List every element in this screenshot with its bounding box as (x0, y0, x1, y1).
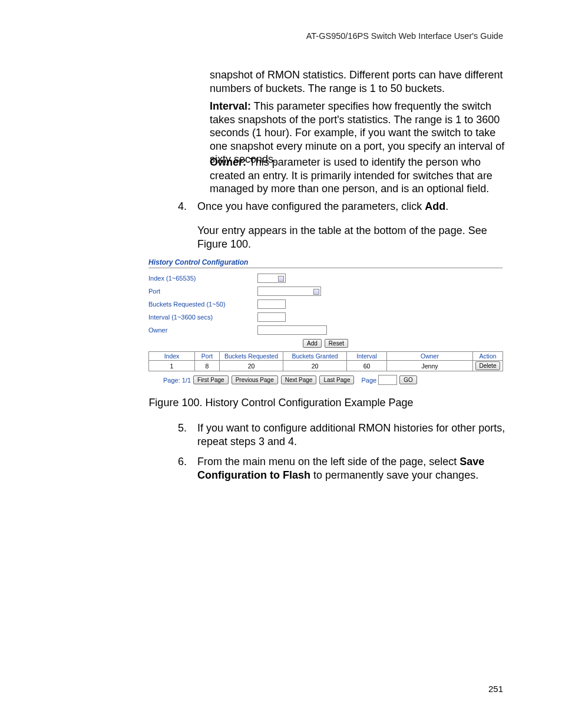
previous-page-button[interactable]: Previous Page (232, 375, 278, 384)
go-button[interactable]: GO (399, 375, 417, 384)
step-4-text-b: . (445, 200, 448, 212)
td-buckets-grant: 20 (283, 361, 347, 371)
step-4-bold: Add (425, 200, 445, 212)
form-row-owner: Owner (148, 324, 503, 337)
input-interval[interactable] (257, 312, 286, 322)
last-page-button[interactable]: Last Page (319, 375, 354, 384)
form-row-port: Port (148, 285, 503, 298)
th-port: Port (195, 352, 220, 361)
th-interval: Interval (347, 352, 387, 361)
step-6: 6.From the main menu on the left side of… (178, 455, 517, 482)
input-buckets[interactable] (257, 299, 286, 309)
step-5-num: 5. (178, 421, 197, 435)
td-action: Delete (473, 361, 503, 371)
form-row-buckets: Buckets Requested (1~50) (148, 298, 503, 311)
figure-divider (148, 268, 503, 268)
step-4-num: 4. (178, 200, 197, 213)
figure-caption: Figure 100. History Control Configuratio… (0, 397, 562, 409)
step-5: 5.If you want to configure additional RM… (178, 421, 517, 448)
table-row: 1 8 20 20 60 Jenny Delete (149, 361, 503, 371)
td-index: 1 (149, 361, 195, 371)
step-4-followup: Your entry appears in the table at the b… (197, 224, 515, 251)
para-owner: Owner: This parameter is used to identif… (210, 156, 516, 196)
label-interval: Interval (1~3600 secs) (148, 314, 257, 321)
td-port: 8 (195, 361, 220, 371)
button-bar: Add Reset (148, 339, 503, 348)
pager-page-label: Page (361, 377, 376, 384)
th-buckets-req: Buckets Requested (220, 352, 283, 361)
form-row-interval: Interval (1~3600 secs) (148, 311, 503, 324)
step-5-text: If you want to configure additional RMON… (197, 421, 515, 448)
td-interval: 60 (347, 361, 387, 371)
select-port[interactable] (257, 286, 321, 296)
pager-label: Page: 1/1 (163, 377, 191, 384)
td-buckets-req: 20 (220, 361, 283, 371)
step-4-text-a: Once you have configured the parameters,… (197, 200, 425, 212)
table-header-row: Index Port Buckets Requested Buckets Gra… (149, 352, 503, 361)
step-4: 4.Once you have configured the parameter… (178, 200, 517, 213)
interval-label: Interval: (210, 100, 251, 112)
label-buckets: Buckets Requested (1~50) (148, 301, 257, 308)
label-index: Index (1~65535) (148, 275, 257, 282)
figure-title: History Control Configuration (148, 258, 503, 266)
th-action: Action (473, 352, 503, 361)
th-buckets-grant: Buckets Granted (283, 352, 347, 361)
history-table: Index Port Buckets Requested Buckets Gra… (148, 351, 503, 371)
para-snapshot: snapshot of RMON statistics. Different p… (210, 68, 516, 95)
th-owner: Owner (387, 352, 473, 361)
input-owner[interactable] (257, 325, 327, 335)
th-index: Index (149, 352, 195, 361)
page-header: AT-GS950/16PS Switch Web Interface User'… (306, 31, 503, 41)
td-owner: Jenny (387, 361, 473, 371)
delete-button[interactable]: Delete (475, 361, 501, 370)
next-page-button[interactable]: Next Page (281, 375, 317, 384)
pager-page-input[interactable] (378, 375, 397, 385)
reset-button[interactable]: Reset (325, 339, 348, 348)
owner-text: This parameter is used to identify the p… (210, 156, 492, 195)
owner-label: Owner: (210, 156, 246, 168)
form-row-index: Index (1~65535) (148, 272, 503, 285)
label-owner: Owner (148, 327, 257, 334)
label-port: Port (148, 288, 257, 295)
select-index[interactable] (257, 274, 286, 283)
pager: Page: 1/1 First Page Previous Page Next … (148, 375, 503, 385)
step-6-text-b: to permanently save your changes. (310, 469, 478, 481)
first-page-button[interactable]: First Page (193, 375, 229, 384)
add-button[interactable]: Add (303, 339, 322, 348)
page-number: 251 (488, 684, 503, 694)
figure-history-control: History Control Configuration Index (1~6… (148, 258, 503, 385)
step-6-num: 6. (178, 455, 197, 469)
step-6-text-a: From the main menu on the left side of t… (197, 456, 459, 467)
